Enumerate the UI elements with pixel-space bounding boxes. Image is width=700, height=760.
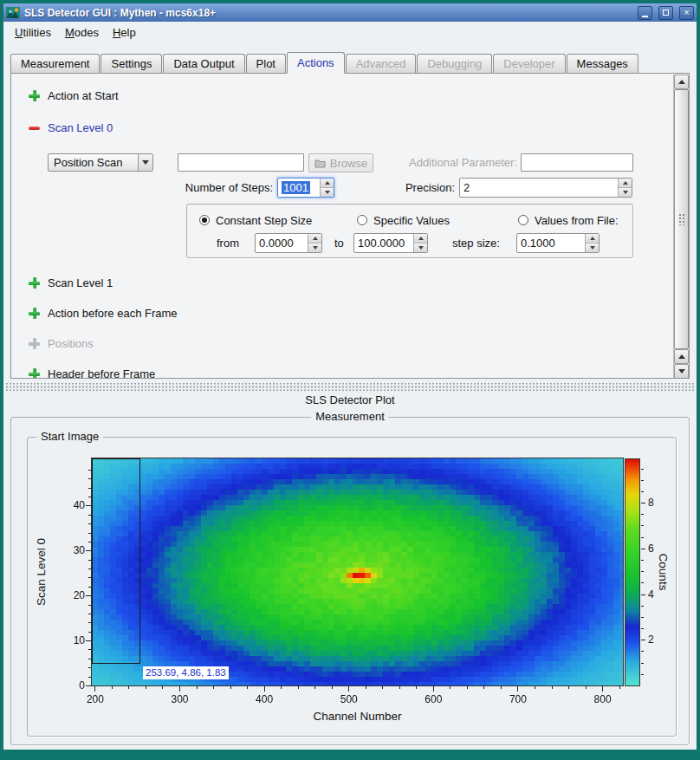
spin-down-icon[interactable] [308, 243, 321, 252]
expand-plus-icon[interactable] [29, 368, 40, 380]
scroll-down-button[interactable] [674, 364, 689, 379]
spin-up-icon[interactable] [321, 179, 334, 187]
expand-plus-icon[interactable] [29, 90, 40, 101]
spin-buttons[interactable] [320, 179, 334, 197]
tab-messages[interactable]: Messages [567, 54, 638, 73]
expand-plus-icon[interactable] [29, 277, 40, 289]
radio-specific-values[interactable]: Specific Values [357, 213, 450, 227]
spin-buttons[interactable] [308, 234, 321, 252]
x-axis-title: Channel Number [91, 710, 624, 723]
minimize-button[interactable] [638, 6, 652, 20]
scan-script-input[interactable] [178, 153, 304, 172]
expand-plus-icon[interactable] [29, 308, 40, 319]
x-minor-tick [535, 686, 535, 689]
to-spinbox[interactable]: 100.0000 [353, 233, 428, 253]
colorbar-tick-label: 4 [648, 588, 671, 601]
tab-developer[interactable]: Developer [493, 54, 565, 73]
x-tick [433, 686, 434, 692]
x-minor-tick [146, 686, 146, 689]
spin-down-icon[interactable] [619, 187, 632, 197]
plot-area[interactable]: Channel Number Scan Level 0 Counts 253.6… [28, 438, 676, 736]
y-minor-tick [88, 577, 91, 578]
colorbar-minor-tick [641, 571, 644, 572]
colorbar-minor-tick [641, 674, 644, 675]
radio-dot-checked[interactable] [199, 215, 210, 225]
colorbar-minor-tick [641, 469, 644, 470]
spin-down-icon[interactable] [414, 243, 427, 252]
scroll-up-button[interactable] [674, 75, 689, 89]
colorbar-minor-tick [641, 628, 644, 629]
colorbar-tick [641, 503, 645, 503]
positions-row[interactable]: Positions [29, 337, 94, 349]
x-tick-label: 800 [586, 693, 620, 705]
spin-down-icon[interactable] [321, 187, 334, 197]
from-value: 0.0000 [256, 234, 308, 252]
scan-mode-select[interactable]: Position Scan [48, 153, 153, 172]
app-window: SLS Detector GUI : Mythen - mcs6x18+ × U… [0, 0, 700, 760]
action-before-frame-row[interactable]: Action before each Frame [29, 307, 178, 319]
y-minor-tick [88, 632, 91, 633]
radio-constant-step-size[interactable]: Constant Step Size [199, 213, 312, 227]
menu-utilities[interactable]: Utilities [9, 23, 57, 42]
spin-up-icon[interactable] [414, 234, 427, 243]
colorbar-minor-tick [641, 537, 644, 538]
y-axis-title: Scan Level 0 [35, 538, 48, 606]
spin-up-icon[interactable] [308, 234, 321, 243]
tab-debugging[interactable]: Debugging [417, 54, 492, 73]
scan-mode-value: Position Scan [49, 154, 138, 171]
titlebar[interactable]: SLS Detector GUI : Mythen - mcs6x18+ × [3, 3, 697, 22]
spin-buttons[interactable] [618, 179, 632, 197]
colorbar-tick [641, 549, 645, 549]
vertical-scrollbar[interactable] [673, 75, 688, 379]
radio-dot[interactable] [518, 215, 528, 225]
menu-modes[interactable]: Modes [59, 23, 105, 42]
spin-buttons[interactable] [413, 234, 427, 252]
maximize-button[interactable] [658, 6, 673, 20]
action-at-start-row[interactable]: Action at Start [29, 89, 119, 101]
steps-value: 1001 [282, 181, 310, 194]
colorbar-minor-tick [641, 582, 644, 583]
x-minor-tick [483, 686, 484, 689]
y-tick [86, 505, 91, 506]
tab-settings[interactable]: Settings [100, 54, 162, 73]
step-size-spinbox[interactable]: 0.1000 [516, 233, 600, 253]
additional-parameter-input[interactable] [521, 153, 633, 172]
y-tick [86, 685, 91, 686]
radio-dot[interactable] [357, 215, 367, 225]
collapse-minus-icon[interactable] [29, 122, 40, 133]
from-label: from [217, 237, 239, 250]
close-button[interactable]: × [679, 6, 694, 20]
spin-up-icon[interactable] [619, 179, 632, 187]
x-minor-tick [314, 686, 315, 689]
header-before-frame-row[interactable]: Header before Frame [29, 367, 155, 379]
tab-plot[interactable]: Plot [246, 54, 286, 73]
row-label: Scan Level 0 [48, 121, 113, 134]
heatmap-canvas[interactable] [91, 458, 624, 686]
from-spinbox[interactable]: 0.0000 [255, 233, 322, 253]
tab-data-output[interactable]: Data Output [163, 54, 244, 73]
scroll-up-button-2[interactable] [674, 349, 689, 364]
scan-level-1-row[interactable]: Scan Level 1 [29, 276, 113, 289]
scrollbar-thumb[interactable] [674, 89, 689, 349]
y-tick [86, 595, 91, 596]
tab-measurement[interactable]: Measurement [10, 54, 100, 73]
tab-actions[interactable]: Actions [287, 52, 345, 74]
precision-spinbox[interactable]: 2 [459, 178, 632, 198]
spin-up-icon[interactable] [586, 234, 599, 243]
browse-button[interactable]: Browse [308, 153, 373, 172]
x-minor-tick [399, 686, 400, 689]
tab-advanced[interactable]: Advanced [346, 54, 417, 73]
tabbar: Measurement Settings Data Output Plot Ac… [10, 52, 690, 73]
spin-buttons[interactable] [585, 234, 599, 252]
steps-spinbox[interactable]: 1001 [277, 178, 334, 198]
x-tick [179, 686, 180, 692]
plot-dock-title: SLS Detector Plot [3, 391, 697, 408]
scan-level-0-row[interactable]: Scan Level 0 [29, 121, 113, 133]
radio-values-from-file[interactable]: Values from File: [518, 213, 619, 227]
menu-help[interactable]: Help [107, 23, 142, 42]
colorbar [625, 458, 640, 686]
x-minor-tick [467, 686, 468, 689]
y-minor-tick [88, 659, 91, 659]
spin-down-icon[interactable] [586, 243, 599, 252]
splitter-handle[interactable] [6, 383, 694, 391]
